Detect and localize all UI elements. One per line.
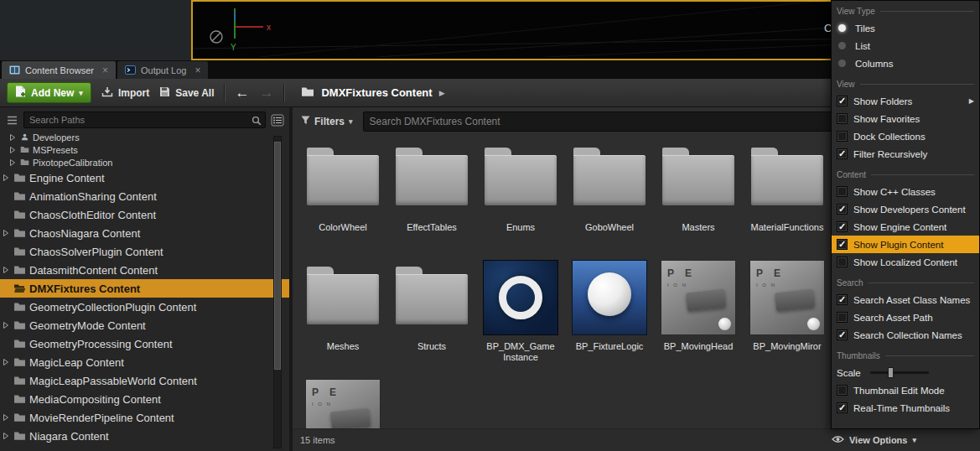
menu-item-show-plugin-content[interactable]: Show Plugin Content	[832, 236, 979, 253]
add-new-button[interactable]: Add New ▾	[7, 82, 91, 103]
tree-item-geometrycollectionplugin-content[interactable]: GeometryCollectionPlugin Content	[0, 298, 289, 316]
asset-bp-movingmiror[interactable]: P EI O NBP_MovingMiror	[743, 260, 832, 379]
expand-arrow-icon[interactable]	[2, 229, 10, 237]
tab-content-browser[interactable]: Content Browser ×	[2, 61, 116, 79]
menu-item-scale[interactable]: Scale	[832, 364, 979, 381]
tree-item-animationsharing-content[interactable]: AnimationSharing Content	[0, 187, 289, 205]
expand-arrow-icon[interactable]	[2, 266, 10, 274]
tree-item-niagara-content[interactable]: Niagara Content	[0, 427, 289, 445]
asset-gobowheel[interactable]: GoboWheel	[565, 141, 654, 260]
view-options-label: View Options	[849, 435, 907, 445]
menu-item-thumbnail-edit-mode[interactable]: Thumbnail Edit Mode	[832, 381, 979, 399]
menu-item-show-localized-content[interactable]: Show Localized Content	[832, 253, 979, 271]
menu-item-show-favorites[interactable]: Show Favorites	[832, 110, 979, 127]
tree-item-magicleap-content[interactable]: MagicLeap Content	[0, 353, 289, 371]
tree-item-mediacompositing-content[interactable]: MediaCompositing Content	[0, 390, 289, 408]
unreal-editor-screen: x Y C Content Browser × Output Log × Add…	[0, 0, 980, 451]
import-button[interactable]: Import	[101, 86, 149, 100]
caret-down-icon: ▾	[349, 117, 353, 126]
asset-structs[interactable]: Structs	[387, 260, 476, 379]
menu-item-label: Show Localized Content	[853, 257, 957, 267]
menu-item-show-folders[interactable]: Show Folders▶	[832, 92, 979, 110]
tree-item-chaosniagara-content[interactable]: ChaosNiagara Content	[0, 224, 289, 242]
folder-icon	[13, 228, 26, 238]
radio-selected-icon	[838, 24, 846, 32]
asset-tile[interactable]: P EI O N	[298, 379, 387, 429]
breadcrumb-caret-icon[interactable]: ▶	[439, 89, 445, 97]
menu-item-list[interactable]: List	[832, 37, 979, 54]
tree-item-dmxfixtures-content[interactable]: DMXFixtures Content	[0, 279, 289, 298]
tree-scrollbar[interactable]	[273, 136, 282, 448]
asset-masters[interactable]: Masters	[654, 141, 743, 260]
asset-enums[interactable]: Enums	[476, 141, 565, 260]
expand-arrow-icon[interactable]	[2, 432, 10, 440]
tree-item-developers[interactable]: Developers	[0, 131, 289, 143]
breadcrumb-label: DMXFixtures Content	[321, 86, 432, 99]
view-options-button[interactable]: View Options ▾	[832, 435, 916, 445]
close-icon[interactable]: ×	[194, 65, 200, 76]
menu-item-filter-recursively[interactable]: Filter Recursively	[832, 145, 979, 163]
menu-item-search-asset-path[interactable]: Search Asset Path	[832, 308, 979, 326]
checkbox-checked-icon	[837, 148, 848, 159]
tree-item-chaosclotheditor-content[interactable]: ChaosClothEditor Content	[0, 205, 289, 224]
photo-logo-subtext: I O N	[667, 283, 687, 288]
menu-item-search-collection-names[interactable]: Search Collection Names	[832, 326, 979, 344]
tab-output-log[interactable]: Output Log ×	[117, 61, 208, 79]
slider-handle[interactable]	[888, 367, 894, 378]
fixture-photo	[330, 408, 371, 429]
folder-tree: DevelopersMSPresetsPixotopeCalibrationEn…	[0, 131, 289, 445]
paths-view-options-icon[interactable]	[269, 112, 286, 128]
photo-logo-text: P E	[312, 386, 340, 398]
tree-item-pixotopecalibration[interactable]: PixotopeCalibration	[0, 156, 289, 168]
tree-item-engine-content[interactable]: Engine Content	[0, 168, 289, 187]
menu-section-label: Search	[837, 278, 863, 288]
expand-arrow-icon[interactable]	[2, 358, 10, 366]
breadcrumb[interactable]: DMXFixtures Content ▶	[301, 86, 444, 101]
menu-section-content: Content	[832, 167, 979, 183]
asset-label: Enums	[478, 222, 563, 233]
close-icon[interactable]: ×	[102, 65, 108, 76]
asset-materialfunctions[interactable]: MaterialFunctions	[743, 141, 832, 260]
tree-item-label: PixotopeCalibration	[33, 158, 112, 168]
menu-item-columns[interactable]: Columns	[832, 54, 979, 72]
menu-item-search-asset-class-names[interactable]: Search Asset Class Names	[832, 291, 979, 308]
tree-item-label: ChaosClothEditor Content	[29, 209, 156, 221]
tree-item-label: ChaosSolverPlugin Content	[29, 246, 163, 258]
tree-item-label: MediaCompositing Content	[29, 393, 161, 406]
expand-arrow-icon[interactable]	[8, 146, 17, 154]
tree-item-geometrymode-content[interactable]: GeometryMode Content	[0, 316, 289, 334]
asset-colorwheel[interactable]: ColorWheel	[298, 141, 387, 260]
tree-item-label: GeometryProcessing Content	[29, 338, 173, 350]
menu-item-tiles[interactable]: Tiles	[832, 19, 979, 37]
asset-bp-dmx-game-instance[interactable]: BP_DMX_Game Instance	[476, 260, 565, 379]
asset-meshes[interactable]: Meshes	[298, 260, 387, 379]
save-all-button[interactable]: Save All	[159, 86, 214, 100]
menu-item-show-developers-content[interactable]: Show Developers Content	[832, 200, 979, 218]
search-paths-input[interactable]	[23, 111, 266, 128]
scrollbar-thumb[interactable]	[274, 142, 281, 370]
tree-item-geometryprocessing-content[interactable]: GeometryProcessing Content	[0, 334, 289, 353]
tree-item-mspresets[interactable]: MSPresets	[0, 143, 289, 156]
expand-arrow-icon[interactable]	[2, 321, 10, 329]
thumbnail-scale-slider[interactable]	[870, 371, 929, 374]
collapse-sources-icon[interactable]	[3, 112, 20, 128]
tree-item-magicleappassableworld-content[interactable]: MagicLeapPassableWorld Content	[0, 371, 289, 390]
back-arrow-icon[interactable]: ←	[235, 85, 249, 101]
tree-item-chaossolverplugin-content[interactable]: ChaosSolverPlugin Content	[0, 242, 289, 261]
expand-arrow-icon[interactable]	[8, 133, 17, 142]
asset-thumbnail	[483, 260, 558, 335]
tree-item-datasmithcontent-content[interactable]: DatasmithContent Content	[0, 261, 289, 279]
asset-bp-movinghead[interactable]: P EI O NBP_MovingHead	[654, 260, 743, 379]
tree-item-label: MagicLeapPassableWorld Content	[29, 375, 197, 387]
filters-button[interactable]: Filters ▾	[298, 114, 356, 129]
menu-item-show-c-classes[interactable]: Show C++ Classes	[832, 183, 979, 200]
menu-item-dock-collections[interactable]: Dock Collections	[832, 127, 979, 145]
asset-bp-fixturelogic[interactable]: BP_FixtureLogic	[565, 260, 654, 379]
tree-item-movierenderpipeline-content[interactable]: MovieRenderPipeline Content	[0, 408, 289, 427]
expand-arrow-icon[interactable]	[8, 158, 17, 167]
expand-arrow-icon[interactable]	[2, 174, 10, 182]
expand-arrow-icon[interactable]	[2, 413, 10, 422]
menu-item-real-time-thumbnails[interactable]: Real-Time Thumbnails	[832, 399, 979, 417]
menu-item-show-engine-content[interactable]: Show Engine Content	[832, 218, 979, 236]
asset-effecttables[interactable]: EffectTables	[387, 141, 476, 260]
